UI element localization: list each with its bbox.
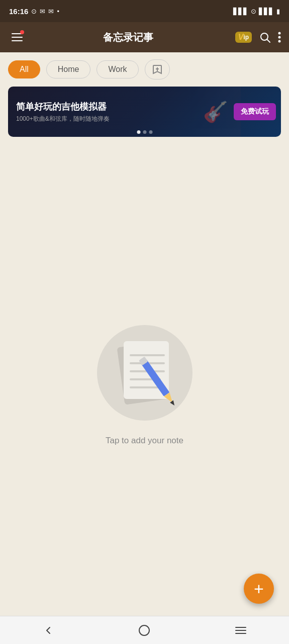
- task-manager-icon: ⊙: [31, 8, 37, 15]
- back-button[interactable]: [33, 619, 63, 641]
- email1-icon: ✉: [40, 8, 45, 15]
- menu-button[interactable]: [8, 28, 26, 46]
- wifi-signal-icon: ▋▋▋: [233, 8, 248, 15]
- svg-point-19: [139, 625, 149, 635]
- banner-subtitle: 1000+歌曲&和弦库，随时随地弹奏: [16, 115, 226, 123]
- banner-content: 简单好玩的吉他模拟器 1000+歌曲&和弦库，随时随地弹奏: [8, 95, 234, 129]
- status-bar: 16:16 ⊙ ✉ ✉ • ▋▋▋ ⊙ ▋▋▋ ▮: [0, 0, 289, 22]
- tab-all[interactable]: All: [8, 60, 40, 78]
- empty-note-svg: [89, 315, 200, 426]
- filter-tabs: All Home Work: [0, 52, 289, 87]
- tab-home[interactable]: Home: [46, 60, 91, 78]
- banner-dot-3: [149, 130, 152, 134]
- vip-button[interactable]: V ip: [235, 32, 252, 43]
- vip-v-icon: V: [238, 33, 244, 42]
- status-bar-right: ▋▋▋ ⊙ ▋▋▋ ▮: [233, 8, 280, 15]
- banner-dot-2: [143, 130, 146, 134]
- battery-icon: ▮: [276, 8, 280, 15]
- empty-illustration: [89, 315, 200, 426]
- svg-line-1: [267, 40, 270, 43]
- bookmark-tab-button[interactable]: [145, 59, 170, 79]
- email2-icon: ✉: [48, 8, 54, 15]
- vip-ip-label: ip: [243, 34, 249, 41]
- add-note-button[interactable]: +: [244, 574, 274, 604]
- app-menu-button[interactable]: [226, 619, 256, 641]
- app-title: 备忘录记事: [32, 31, 224, 44]
- svg-point-3: [278, 36, 281, 39]
- banner-dot-1: [137, 130, 140, 134]
- more-options-button[interactable]: [278, 31, 281, 43]
- home-button[interactable]: [129, 619, 159, 641]
- svg-point-2: [278, 32, 281, 35]
- banner-title: 简单好玩的吉他模拟器: [16, 101, 226, 113]
- wifi-icon: ⊙: [251, 8, 256, 15]
- bottom-nav: [0, 616, 289, 644]
- banner-ad[interactable]: 简单好玩的吉他模拟器 1000+歌曲&和弦库，随时随地弹奏 🎸 免费试玩: [8, 87, 281, 137]
- status-bar-left: 16:16 ⊙ ✉ ✉ •: [9, 7, 59, 16]
- hamburger-icon: [12, 33, 23, 41]
- empty-state: Tap to add your note: [0, 137, 289, 644]
- tab-work[interactable]: Work: [97, 60, 138, 78]
- signal-icon: ▋▋▋: [259, 8, 274, 15]
- notification-dot: •: [57, 8, 59, 15]
- svg-point-4: [278, 40, 281, 43]
- banner-pagination: [137, 130, 152, 134]
- fab-container: +: [244, 574, 274, 604]
- empty-message: Tap to add your note: [106, 436, 183, 446]
- status-time: 16:16: [9, 7, 28, 16]
- banner-cta-button[interactable]: 免费试玩: [234, 103, 276, 120]
- search-button[interactable]: [259, 31, 271, 43]
- notification-badge: [20, 30, 24, 34]
- top-nav: 备忘录记事 V ip: [0, 22, 289, 52]
- nav-actions: V ip: [235, 31, 281, 43]
